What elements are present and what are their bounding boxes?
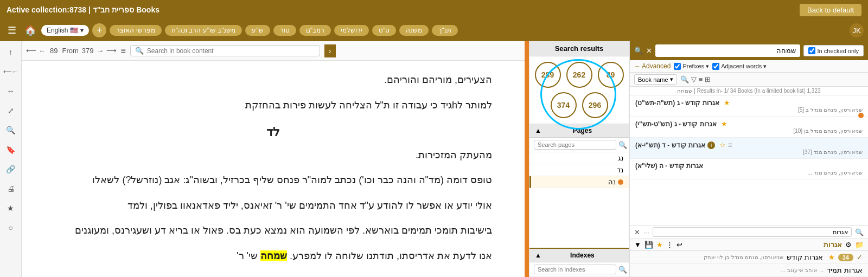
search-results-panel: Search results 289 262 89 374 296 ▲ Page… [529,41,629,277]
language-label: English [47,27,68,34]
dropdown-arrow-icon[interactable]: ▼ [634,241,641,249]
circle-289[interactable]: 289 [535,62,561,88]
star-sidebar-icon[interactable]: ★ [3,201,18,216]
home-icon[interactable]: 🏠 [23,23,38,38]
nav-bar: ☰ 🏠 English 🇺🇸 ▾ + תנ"ך משנה ס"ס ירושלמי… [0,20,868,41]
fullscreen-icon[interactable]: ⤢ [3,103,18,118]
circle-89[interactable]: 89 [598,62,624,88]
nav-first-icon[interactable]: ⟵← [3,64,18,79]
search-pages-input[interactable] [534,140,616,150]
arrow-up-icon[interactable]: ↑ [3,44,18,60]
advanced-label: Advanced [642,62,671,70]
book-item-3[interactable]: ≡ ☆ i אגרות קודש - ד (תש"י-א) שניאורסון,… [630,138,868,159]
star-bottom-icon[interactable]: ★ [656,241,663,249]
bookmark-icon[interactable]: 🔖 [3,142,18,157]
page-item-nun-daled[interactable]: נד [529,164,629,176]
nav-pill-tanakh[interactable]: תנ"ך [432,25,457,36]
undo-icon[interactable]: ↩ [676,241,682,249]
chevron-pages-icon[interactable]: ▲ [535,127,541,134]
bottom-toolbar: 📁 ⚙ אגרות ↩ ⋮ ★ 💾 ▼ [630,239,868,251]
book-result-item-2[interactable]: אגרות תמיד ... אוהב אי עוגב ... [630,264,868,277]
star-icon-1[interactable]: ★ [724,99,730,107]
nav-pill-mishnab[interactable]: משנ"ב שו"ע הרב וכה"ח [165,25,242,36]
list-filter-icon[interactable]: ≡ [699,75,703,83]
advanced-button[interactable]: ← Advanced [634,62,671,70]
nav-next-icon[interactable]: → [97,47,104,55]
nav-pill-mef[interactable]: מפרשי האוצר [110,25,161,36]
book-item-4[interactable]: אגרות קודש - ה (שלי"א) שניאורסון, מנחם מ… [630,159,868,179]
save-icon[interactable]: 💾 [644,241,653,249]
star-icon-3[interactable]: ☆ [719,141,726,149]
nav-last-right-icon[interactable]: ⟶ [106,47,117,55]
link-icon[interactable]: 🔗 [3,162,18,177]
result-star-icon[interactable]: ★ [828,253,835,261]
list-view-icon[interactable]: ≡ [121,46,126,56]
book-para-highlight: אנו לדעת את אדריסתו, תודתנו שלוחה לו למפ… [54,248,492,265]
checked-only-checkbox[interactable] [808,47,815,54]
hamburger-icon[interactable]: ☰ [4,23,20,38]
adjacent-words-option[interactable]: Adjacent words ▾ [712,63,767,70]
language-selector[interactable]: English 🇺🇸 ▾ [41,25,89,36]
adjacent-words-checkbox[interactable] [712,63,719,70]
nav-pill-ss[interactable]: ס"ס [372,25,396,36]
section-bottom: אדמו"ר שליט"א [54,273,492,277]
second-search-close-icon[interactable]: ✕ [634,228,640,236]
nav-first-left-icon[interactable]: ⟵ [26,47,36,55]
star-icon-2[interactable]: ★ [721,120,727,128]
indexes-search: 🔍 [529,262,629,277]
item-4-title: אגרות קודש - ה (שלי"א) [635,162,703,170]
second-search-icon[interactable]: 🔍 [855,228,864,236]
right-search-input[interactable] [655,44,800,57]
item-4-meta: שניאורסון, מנחם מנד ... [635,170,863,176]
second-search-input[interactable] [653,227,852,237]
nav-pill-shulchan[interactable]: ש"ע [245,25,270,36]
circle-296[interactable]: 296 [582,92,608,118]
circle-262[interactable]: 262 [566,62,592,88]
circle-374[interactable]: 374 [551,92,577,118]
book-name-dropdown[interactable]: Book name ▾ [634,74,677,85]
nav-pill-mishnah[interactable]: משנה [399,25,429,36]
book-item-1[interactable]: ★ אגרות קודש - ג (תש"ה-תש"ט) שניאורסון, … [630,95,868,117]
page-item-nun-hey[interactable]: נה [529,176,629,188]
adjacent-words-chevron: ▾ [763,63,767,70]
book-item-2[interactable]: ★ אגרות קודש - ג (תש"ט-תש"י) שניאורסון, … [630,117,868,138]
more-options-icon[interactable]: ⋮ [666,241,673,249]
main-layout: ↑ ⟵← ↔ ⤢ 🔍 🔖 🔗 🖨 ★ ○ ⟵ ← 89 From 379 → ⟶… [0,41,868,277]
results-summary: Results in- 1/ 34 Books (In a limited bo… [630,87,868,95]
circle-icon[interactable]: ○ [3,220,18,235]
print-icon[interactable]: 🖨 [3,181,18,196]
nav-pill-rambam[interactable]: רמב"ם [299,25,331,36]
orange-bar[interactable] [525,41,529,277]
nav-pill-yerushalmi[interactable]: ירושלמי [334,25,369,36]
book-name-label: Book name [638,76,668,83]
book-search-input[interactable] [147,47,315,55]
user-avatar[interactable]: JK [850,23,864,37]
prefixes-checkbox[interactable] [674,63,681,70]
nav-pill-tur[interactable]: טור [273,25,296,36]
search-go-button[interactable]: › [324,44,336,57]
pages-search: 🔍 [529,138,629,152]
book-content: הצעירים, מוריהם והוריהם. למותר לhגיד כי … [22,61,525,277]
grid-icon[interactable]: ⊞ [705,75,711,83]
expand-icon[interactable]: ↔ [3,83,18,99]
funnel-icon[interactable]: ▽ [691,75,697,83]
from-label: From [62,47,78,55]
search-indexes-input[interactable] [534,265,616,274]
search-filter-icon[interactable]: 🔍 [680,75,689,83]
gear-bottom-icon[interactable]: ⚙ [845,241,852,249]
right-close-icon[interactable]: ✕ [646,47,652,55]
page-item-nun-gimel[interactable]: נג [529,152,629,164]
flag-icon: 🇺🇸 [70,27,78,34]
book-name-chevron: ▾ [670,76,673,83]
nav-prev-icon[interactable]: ← [39,47,46,55]
chevron-indexes-icon[interactable]: ▲ [535,252,541,259]
prefixes-option[interactable]: Prefixes ▾ [674,63,709,70]
book-result-item-1[interactable]: ✓ 34 ★ אגרות קודש שניאורסון, מנחם מנדל ב… [630,251,868,264]
add-button[interactable]: + [92,23,106,37]
checked-only-button[interactable]: In checked only [803,45,864,56]
indexes-section: ▲ Indexes 🔍 [529,248,629,277]
zoom-icon[interactable]: 🔍 [3,123,18,138]
folder-icon[interactable]: 📁 [855,241,864,249]
bottom-section-title: אגרות [686,241,842,249]
back-to-default-button[interactable]: Back to default [800,4,861,16]
